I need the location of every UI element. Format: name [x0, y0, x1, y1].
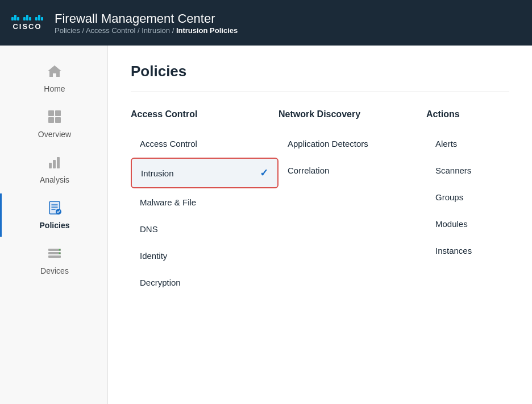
app-name: Firewall Management Center — [55, 11, 238, 26]
menu-label-access-control: Access Control — [140, 139, 197, 149]
main-layout: Home Overview Analysis — [0, 46, 532, 404]
policies-grid: Access Control Access Control Intrusion … — [131, 109, 509, 296]
menu-label-intrusion: Intrusion — [141, 168, 174, 178]
cisco-wordmark: CISCO — [13, 22, 41, 31]
sidebar-item-analysis[interactable]: Analysis — [0, 148, 107, 191]
menu-item-scanners[interactable]: Scanners — [426, 158, 532, 183]
menu-label-application-detectors: Application Detectors — [288, 139, 368, 149]
svg-rect-4 — [49, 163, 52, 168]
menu-item-groups[interactable]: Groups — [426, 184, 532, 210]
menu-item-correlation[interactable]: Correlation — [279, 158, 426, 183]
breadcrumb-part-3: Intrusion / — [142, 26, 176, 35]
menu-item-modules[interactable]: Modules — [426, 211, 532, 237]
svg-rect-2 — [48, 117, 54, 123]
sidebar-item-devices[interactable]: Devices — [0, 239, 107, 282]
devices-icon — [47, 246, 62, 264]
analysis-icon — [47, 155, 62, 173]
menu-label-instances: Instances — [435, 246, 472, 255]
page-title: Policies — [131, 63, 509, 80]
col-header-actions: Actions — [426, 109, 532, 119]
menu-label-identity: Identity — [140, 251, 167, 261]
svg-rect-3 — [55, 117, 61, 123]
breadcrumb-part-2: Access Control / — [86, 26, 142, 35]
breadcrumb-current: Intrusion Policies — [176, 26, 238, 35]
sidebar-item-home[interactable]: Home — [0, 57, 107, 100]
svg-rect-6 — [57, 157, 60, 168]
menu-label-dns: DNS — [140, 224, 158, 234]
title-divider — [131, 92, 509, 92]
menu-item-application-detectors[interactable]: Application Detectors — [279, 131, 426, 156]
cisco-logo: CISCO — [11, 15, 43, 31]
menu-item-identity[interactable]: Identity — [131, 243, 279, 269]
svg-point-14 — [59, 256, 61, 258]
sidebar-item-policies[interactable]: Policies — [0, 193, 107, 237]
menu-label-groups: Groups — [435, 192, 463, 202]
svg-point-13 — [59, 253, 61, 254]
menu-label-alerts: Alerts — [435, 139, 457, 149]
svg-rect-0 — [48, 110, 54, 116]
col-header-network-discovery: Network Discovery — [279, 109, 426, 119]
sidebar-item-overview[interactable]: Overview — [0, 102, 107, 146]
sidebar-label-overview: Overview — [38, 130, 71, 139]
sidebar-label-policies: Policies — [40, 221, 70, 230]
menu-label-malware-file: Malware & File — [140, 197, 196, 207]
column-actions: Actions Alerts Scanners Groups Modules I… — [426, 109, 532, 296]
menu-item-access-control[interactable]: Access Control — [131, 131, 279, 156]
header-title-block: Firewall Management Center Policies / Ac… — [55, 11, 238, 35]
menu-label-modules: Modules — [435, 219, 468, 229]
sidebar-label-analysis: Analysis — [40, 175, 69, 184]
sidebar-label-devices: Devices — [40, 266, 69, 275]
column-network-discovery: Network Discovery Application Detectors … — [279, 109, 426, 296]
menu-label-decryption: Decryption — [140, 278, 181, 287]
overview-icon — [47, 109, 62, 127]
content-area: Policies Access Control Access Control I… — [108, 46, 532, 404]
policies-icon — [47, 200, 62, 219]
menu-label-correlation: Correlation — [288, 166, 329, 175]
home-icon — [47, 64, 63, 82]
breadcrumb: Policies / Access Control / Intrusion / … — [55, 26, 238, 35]
cisco-bars-icon — [11, 15, 43, 20]
menu-item-intrusion[interactable]: Intrusion ✓ — [131, 158, 279, 188]
menu-label-scanners: Scanners — [435, 166, 471, 175]
col-header-access-control: Access Control — [131, 109, 279, 119]
menu-item-decryption[interactable]: Decryption — [131, 270, 279, 295]
breadcrumb-part-1: Policies / — [55, 26, 86, 35]
sidebar: Home Overview Analysis — [0, 46, 108, 404]
checkmark-icon: ✓ — [260, 167, 268, 179]
menu-item-dns[interactable]: DNS — [131, 216, 279, 242]
svg-rect-1 — [55, 110, 61, 116]
sidebar-label-home: Home — [44, 84, 65, 93]
column-access-control: Access Control Access Control Intrusion … — [131, 109, 279, 296]
menu-item-malware-file[interactable]: Malware & File — [131, 189, 279, 215]
menu-item-alerts[interactable]: Alerts — [426, 131, 532, 156]
svg-rect-5 — [53, 160, 56, 168]
menu-item-instances[interactable]: Instances — [426, 238, 532, 263]
svg-point-12 — [59, 249, 61, 251]
app-header: CISCO Firewall Management Center Policie… — [0, 0, 532, 46]
